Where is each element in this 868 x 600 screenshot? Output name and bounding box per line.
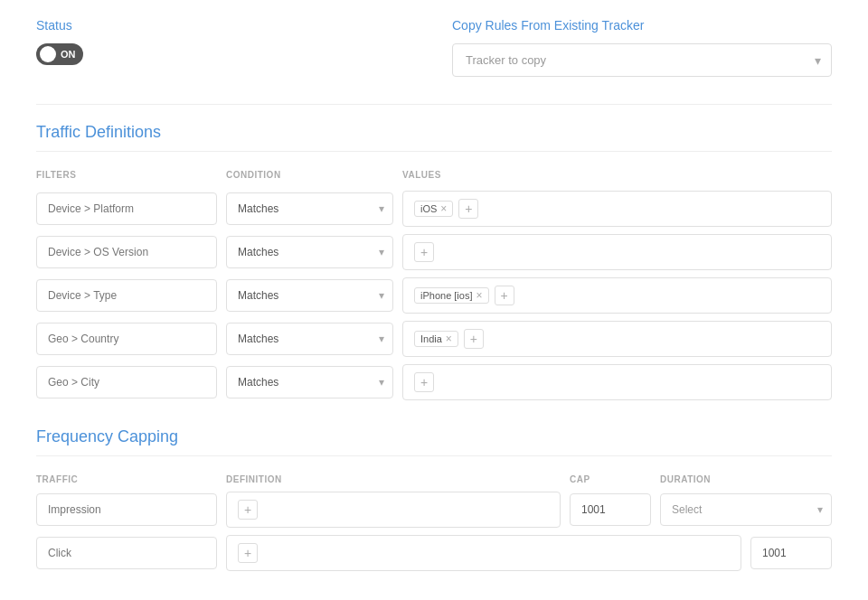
top-row: Status ON Copy Rules From Existing Track… [36,18,832,77]
filter-row-2: Matches ▾ + [36,234,832,270]
filter-input-3[interactable] [36,279,217,312]
add-btn-2[interactable]: + [414,242,434,262]
page: Status ON Copy Rules From Existing Track… [0,0,868,600]
traffic-definitions-section: Traffic Definitions FILTERS CONDITION VA… [36,123,832,400]
filter-row-3: Matches ▾ iPhone [ios] × + [36,277,832,314]
freq-col-header-definition: DEFINITION [226,474,561,484]
tracker-copy-select[interactable]: Tracker to copy [452,43,832,77]
copy-rules-label: Copy Rules From Existing Tracker [452,18,832,33]
freq-row-impression: + Select ▾ [36,492,832,528]
tag-iphone-ios-label: iPhone [ios] [420,290,472,301]
freq-add-btn-2[interactable]: + [238,543,258,563]
status-toggle[interactable]: ON [36,43,83,65]
freq-row-click: + [36,535,832,571]
frequency-capping-title: Frequency Capping [36,427,832,446]
values-field-5: + [402,364,832,400]
tag-iphone-ios: iPhone [ios] × [414,287,489,304]
filter-input-2[interactable] [36,236,217,268]
tag-india-remove[interactable]: × [446,333,452,344]
freq-header: TRAFFIC DEFINITION CAP DURATION [36,474,832,484]
condition-dropdown-1[interactable]: Matches [226,192,393,225]
col-header-filters: FILTERS [36,170,217,180]
col-header-condition: CONDITION [226,170,393,180]
add-btn-3[interactable]: + [495,286,514,305]
condition-dropdown-5[interactable]: Matches [226,366,393,398]
tag-ios: iOS × [414,201,453,217]
freq-definition-field-2: + [226,535,741,571]
values-field-3: iPhone [ios] × + [402,277,832,314]
toggle-on-label: ON [61,49,76,60]
filter-row-1: Matches ▾ iOS × + [36,191,832,227]
status-section: Status ON [36,18,416,77]
condition-select-3: Matches ▾ [226,279,393,312]
toggle-wrap: ON [36,43,416,65]
frequency-capping-section: Frequency Capping TRAFFIC DEFINITION CAP… [36,427,832,571]
filter-input-5[interactable] [36,366,217,398]
freq-cap-input-2[interactable] [750,537,832,569]
tag-ios-remove[interactable]: × [440,203,447,214]
status-label: Status [36,18,416,33]
traffic-definitions-title: Traffic Definitions [36,123,832,142]
freq-col-header-traffic: TRAFFIC [36,474,217,484]
condition-select-2: Matches ▾ [226,236,393,268]
col-header-values: VALUES [402,170,832,180]
condition-dropdown-3[interactable]: Matches [226,279,393,312]
top-divider [36,104,832,105]
freq-traffic-input-1[interactable] [36,493,217,526]
values-field-1: iOS × + [402,191,832,227]
copy-rules-section: Copy Rules From Existing Tracker Tracker… [452,18,832,77]
condition-select-4: Matches ▾ [226,323,393,355]
condition-dropdown-4[interactable]: Matches [226,323,393,355]
add-btn-5[interactable]: + [414,372,434,392]
condition-select-1: Matches ▾ [226,192,393,225]
freq-col-header-cap: CAP [570,474,651,484]
freq-definition-field-1: + [226,492,561,528]
freq-duration-dropdown-1[interactable]: Select [660,493,832,526]
freq-duration-select-1: Select ▾ [660,493,832,526]
filter-row-4: Matches ▾ India × + [36,321,832,357]
add-btn-1[interactable]: + [458,199,478,219]
toggle-knob [40,46,56,62]
filter-row-5: Matches ▾ + [36,364,832,400]
values-field-2: + [402,234,832,270]
freq-cap-input-1[interactable] [570,493,651,526]
tag-india-label: India [420,333,442,344]
freq-traffic-input-2[interactable] [36,537,217,569]
tag-ios-label: iOS [420,203,437,214]
add-btn-4[interactable]: + [464,329,484,349]
filter-input-1[interactable] [36,192,217,225]
tracker-copy-select-wrap: Tracker to copy ▾ [452,43,832,77]
traffic-divider [36,151,832,152]
tag-india: India × [414,331,458,347]
freq-col-header-duration: DURATION [660,474,832,484]
tag-iphone-ios-remove[interactable]: × [476,290,482,301]
filters-header: FILTERS CONDITION VALUES [36,170,832,183]
filter-input-4[interactable] [36,323,217,355]
freq-add-btn-1[interactable]: + [238,500,258,520]
condition-select-5: Matches ▾ [226,366,393,398]
condition-dropdown-2[interactable]: Matches [226,236,393,268]
values-field-4: India × + [402,321,832,357]
freq-divider [36,455,832,456]
